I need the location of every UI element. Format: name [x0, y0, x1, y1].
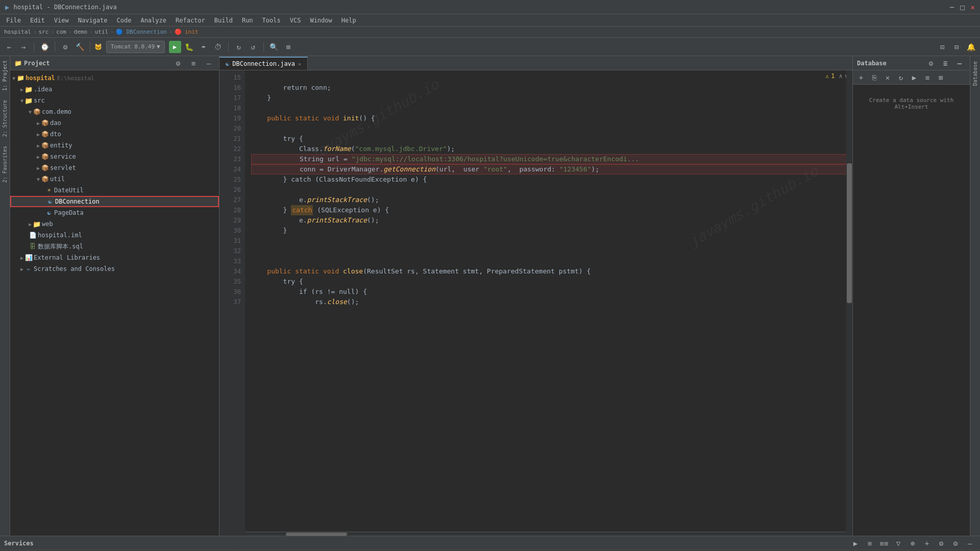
- db-settings-icon[interactable]: ⚙: [925, 57, 937, 69]
- db-schema-icon[interactable]: ≡: [921, 71, 934, 84]
- services-list-icon[interactable]: ≡: [864, 537, 876, 549]
- project-gear-icon[interactable]: ≡: [187, 57, 200, 69]
- toolbar-back[interactable]: ←: [3, 41, 15, 53]
- horizontal-scrollbar[interactable]: [245, 532, 852, 536]
- menu-edit[interactable]: Edit: [26, 16, 49, 25]
- toolbar-sep-1: [34, 42, 34, 52]
- breadcrumb-demo[interactable]: demo: [74, 29, 88, 35]
- project-tab[interactable]: 1: Project: [1, 58, 9, 93]
- menu-window[interactable]: Window: [306, 16, 336, 25]
- structure-tab[interactable]: 2: Structure: [1, 98, 9, 139]
- services-settings-icon[interactable]: ⚙: [935, 537, 947, 549]
- project-panel: 📁 Project ⚙ ≡ – ▼ 📁 hospital E:\hospital…: [10, 56, 219, 536]
- bottom-panel: Services ▶ ≡ ≡≡ ▽ ⊕ + ⚙ ⚙ – ▶ 🐱: [0, 536, 980, 551]
- toolbar-calc[interactable]: ⊞: [282, 41, 295, 53]
- menu-refactor[interactable]: Refactor: [172, 16, 209, 25]
- tree-dbconnection[interactable]: ☯ DBConnection: [10, 196, 219, 207]
- db-copy-icon[interactable]: ⎘: [868, 71, 880, 84]
- toolbar-undo[interactable]: ↺: [247, 41, 259, 53]
- db-gear-icon[interactable]: ≡: [939, 57, 951, 69]
- tree-idea[interactable]: ▶ 📁 .idea: [10, 84, 219, 95]
- tree-pagedata[interactable]: ☯ PageData: [10, 207, 219, 218]
- profile-button[interactable]: ⏱: [212, 41, 224, 53]
- toolbar-forward[interactable]: →: [17, 41, 30, 53]
- services-add-icon[interactable]: +: [921, 537, 933, 549]
- toolbar-search[interactable]: 🔍: [268, 41, 280, 53]
- vscroll-thumb[interactable]: [847, 163, 852, 303]
- close-button[interactable]: ✕: [971, 3, 975, 11]
- right-panel: Database ⚙ ≡ – + ⎘ ✕ ↻ ▶ ≡ ⊞ Create a da…: [852, 56, 970, 536]
- tree-dateutil[interactable]: ☀ DateUtil: [10, 185, 219, 196]
- db-table-icon[interactable]: ⊞: [935, 71, 947, 84]
- toolbar-recent[interactable]: ⌚: [38, 41, 51, 53]
- services-group-icon[interactable]: ≡≡: [878, 537, 890, 549]
- tree-hospital[interactable]: ▼ 📁 hospital E:\hospital: [10, 72, 219, 84]
- toolbar-terminal[interactable]: ⊡: [936, 41, 948, 53]
- toolbar-notifications[interactable]: 🔔: [965, 41, 977, 53]
- run-button[interactable]: ▶: [169, 41, 181, 53]
- menu-code[interactable]: Code: [113, 16, 136, 25]
- project-settings-icon[interactable]: ⚙: [172, 57, 184, 69]
- menu-run[interactable]: Run: [238, 16, 257, 25]
- menu-file[interactable]: File: [2, 16, 25, 25]
- tab-close-icon[interactable]: ✕: [298, 61, 301, 67]
- menu-tools[interactable]: Tools: [258, 16, 285, 25]
- scrollbar-thumb[interactable]: [286, 533, 347, 536]
- minimize-button[interactable]: ─: [950, 3, 954, 11]
- project-collapse-icon[interactable]: –: [203, 57, 215, 69]
- toolbar-build[interactable]: 🔨: [74, 41, 86, 53]
- tree-dto[interactable]: ▶ 📦 dto: [10, 129, 219, 140]
- editor-tab-dbconnection[interactable]: ☯ DBConnection.java ✕: [219, 57, 308, 70]
- services-filter-icon[interactable]: ▽: [892, 537, 904, 549]
- tree-comdemo[interactable]: ▼ 📦 com.demo: [10, 106, 219, 117]
- menu-vcs[interactable]: VCS: [286, 16, 305, 25]
- services-header: Services ▶ ≡ ≡≡ ▽ ⊕ + ⚙ ⚙ –: [0, 536, 980, 550]
- vertical-scrollbar[interactable]: [846, 70, 852, 536]
- tree-external-libs[interactable]: ▶ 📊 External Libraries: [10, 252, 219, 263]
- menu-build[interactable]: Build: [210, 16, 237, 25]
- services-collapse-icon[interactable]: –: [964, 537, 976, 549]
- services-pin-icon[interactable]: ⊕: [906, 537, 919, 549]
- database-content: Create a data source with Alt+Insert: [853, 85, 970, 536]
- tree-servlet[interactable]: ▶ 📦 servlet: [10, 162, 219, 173]
- breadcrumb-util[interactable]: util: [95, 29, 109, 35]
- db-console-icon[interactable]: ▶: [908, 71, 920, 84]
- tree-web[interactable]: ▶ 📁 web: [10, 218, 219, 230]
- services-gear-icon[interactable]: ⚙: [949, 537, 962, 549]
- tomcat-dropdown[interactable]: Tomcat 8.0.49 ▼: [106, 41, 165, 53]
- menu-view[interactable]: View: [50, 16, 73, 25]
- services-run-icon[interactable]: ▶: [849, 537, 862, 549]
- tree-util[interactable]: ▼ 📦 util: [10, 173, 219, 185]
- tree-hospital-iml[interactable]: 📄 hospital.iml: [10, 230, 219, 241]
- breadcrumb-com[interactable]: com: [56, 29, 66, 35]
- menu-help[interactable]: Help: [337, 16, 360, 25]
- maximize-button[interactable]: □: [960, 3, 964, 11]
- tree-scratches[interactable]: ▶ ✏ Scratches and Consoles: [10, 263, 219, 274]
- database-sidebar-tab[interactable]: Database: [971, 58, 979, 89]
- tree-entity[interactable]: ▶ 📦 entity: [10, 140, 219, 151]
- db-delete-icon[interactable]: ✕: [881, 71, 894, 84]
- favorites-tab[interactable]: 2: Favorites: [1, 144, 9, 185]
- menu-analyze[interactable]: Analyze: [136, 16, 170, 25]
- tree-src[interactable]: ▼ 📁 src: [10, 95, 219, 106]
- breadcrumb-dbconnection[interactable]: 🔵 DBConnection: [116, 29, 167, 35]
- menu-navigate[interactable]: Navigate: [74, 16, 112, 25]
- editor-content[interactable]: ⚠ 1 ∧ ∨ javayms.github.io javayms.github…: [219, 70, 852, 536]
- code-area[interactable]: return conn; } public static void: [245, 70, 852, 536]
- toolbar-layout[interactable]: ⊟: [950, 41, 963, 53]
- tree-dao[interactable]: ▶ 📦 dao: [10, 117, 219, 129]
- tree-service[interactable]: ▶ 📦 service: [10, 151, 219, 162]
- code-line-18: [251, 103, 852, 113]
- breadcrumb-hospital[interactable]: hospital: [4, 29, 31, 35]
- tree-sql[interactable]: 🗄 数据库脚本.sql: [10, 241, 219, 252]
- breadcrumb-init[interactable]: 🔴 init: [175, 29, 199, 35]
- breadcrumb-src[interactable]: src: [39, 29, 49, 35]
- code-line-23: String url = "jdbc:mysql://localhost:330…: [251, 154, 852, 164]
- db-add-icon[interactable]: +: [855, 71, 867, 84]
- debug-button[interactable]: 🐛: [183, 41, 195, 53]
- db-collapse-icon[interactable]: –: [953, 57, 966, 69]
- db-refresh-icon[interactable]: ↻: [895, 71, 907, 84]
- coverage-button[interactable]: ☂: [198, 41, 210, 53]
- toolbar-update[interactable]: ↻: [233, 41, 245, 53]
- toolbar-settings[interactable]: ⚙: [59, 41, 71, 53]
